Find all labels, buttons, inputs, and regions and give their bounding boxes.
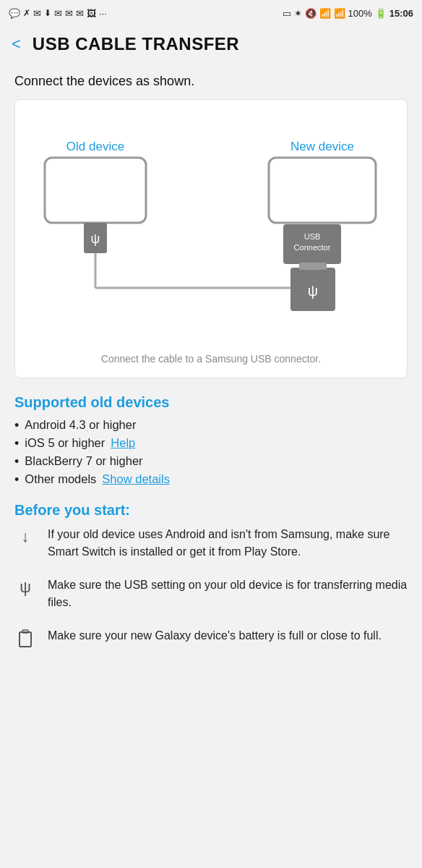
diagram-caption: Connect the cable to a Samsung USB conne… <box>22 353 400 365</box>
mail-icon2: ✉ <box>54 8 62 19</box>
download-icon: ⬇ <box>44 8 51 18</box>
svg-text:ψ: ψ <box>91 231 100 246</box>
before-text-1: If your old device uses Android and isn'… <box>48 526 408 561</box>
download-arrow-icon: ↓ <box>14 527 36 546</box>
svg-text:Connector: Connector <box>294 243 331 252</box>
status-bar: 💬 ✗ ✉ ⬇ ✉ ✉ ✉ 🖼 ··· ▭ ✶ 🔇 📶 📶 100% 🔋 15:… <box>0 0 422 26</box>
signal-icon: 📶 <box>334 8 345 19</box>
help-link[interactable]: Help <box>111 436 135 450</box>
svg-rect-0 <box>45 158 146 223</box>
instruction-text: Connect the devices as shown. <box>14 74 408 89</box>
svg-text:USB: USB <box>304 232 321 241</box>
show-details-link[interactable]: Show details <box>102 472 170 486</box>
battery-percent: 100% <box>348 8 372 19</box>
email-icon: ✉ <box>33 8 41 19</box>
diagram-card: Old device ψ New device USB Connector <box>14 99 408 378</box>
supported-item-3: BlackBerry 7 or higher <box>25 454 142 468</box>
list-item: • BlackBerry 7 or higher <box>14 454 408 468</box>
mail-icon4: ✉ <box>76 8 84 19</box>
bluetooth-icon: ✶ <box>294 8 302 19</box>
call-icon: ✗ <box>23 8 30 18</box>
bullet-4: • <box>14 473 19 486</box>
svg-rect-13 <box>299 263 327 270</box>
svg-text:New device: New device <box>290 140 354 153</box>
svg-text:Old device: Old device <box>66 140 124 153</box>
main-content: Connect the devices as shown. Old device… <box>0 65 422 652</box>
before-item-1: ↓ If your old device uses Android and is… <box>14 526 408 561</box>
before-item-2: ψ Make sure the USB setting on your old … <box>14 576 408 611</box>
svg-rect-15 <box>20 632 31 647</box>
list-item: • iOS 5 or higher Help <box>14 436 408 450</box>
cast-icon: ▭ <box>283 8 291 19</box>
back-button[interactable]: < <box>6 32 27 56</box>
mail-icon3: ✉ <box>65 8 73 19</box>
supported-item-4: Other models <box>25 472 96 486</box>
mute-icon: 🔇 <box>305 8 316 19</box>
bullet-1: • <box>14 419 19 432</box>
before-section-title: Before you start: <box>14 502 408 519</box>
supported-section-title: Supported old devices <box>14 394 408 411</box>
status-icons: 💬 ✗ ✉ ⬇ ✉ ✉ ✉ 🖼 ··· <box>9 8 107 19</box>
status-right-icons: ▭ ✶ 🔇 📶 📶 100% 🔋 15:06 <box>283 8 414 19</box>
svg-text:ψ: ψ <box>308 283 318 299</box>
notification-icon: 💬 <box>9 8 20 19</box>
supported-devices-section: Supported old devices • Android 4.3 or h… <box>14 394 408 486</box>
page-title: USB CABLE TRANSFER <box>33 34 239 54</box>
supported-item-1: Android 4.3 or higher <box>25 418 136 432</box>
supported-item-2: iOS 5 or higher <box>25 436 105 450</box>
bullet-3: • <box>14 455 19 468</box>
wifi-icon: 📶 <box>319 8 331 19</box>
more-icon: ··· <box>99 8 107 19</box>
image-icon: 🖼 <box>87 8 96 19</box>
usb-symbol-icon: ψ <box>14 578 36 597</box>
before-item-3: Make sure your new Galaxy device's batte… <box>14 627 408 652</box>
time-display: 15:06 <box>389 8 413 19</box>
battery-outline-icon <box>14 629 36 652</box>
list-item: • Android 4.3 or higher <box>14 418 408 432</box>
before-text-2: Make sure the USB setting on your old de… <box>48 576 408 611</box>
diagram-svg-wrap: Old device ψ New device USB Connector <box>22 114 400 346</box>
before-section: Before you start: ↓ If your old device u… <box>14 502 408 652</box>
svg-rect-7 <box>269 158 376 223</box>
before-text-3: Make sure your new Galaxy device's batte… <box>48 627 382 644</box>
battery-icon: 🔋 <box>375 8 387 19</box>
list-item: • Other models Show details <box>14 472 408 486</box>
header: < USB CABLE TRANSFER <box>0 26 422 65</box>
bullet-2: • <box>14 437 19 450</box>
